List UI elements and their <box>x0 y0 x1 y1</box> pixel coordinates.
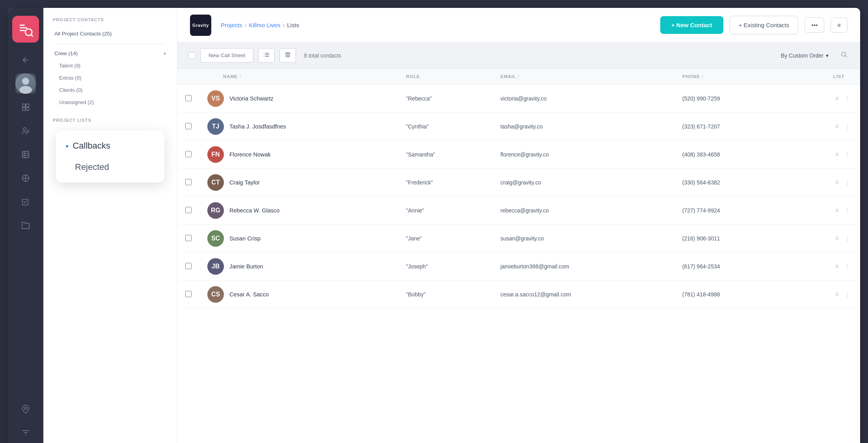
contact-name-6[interactable]: Jamie Burton <box>229 263 263 270</box>
nav-filters[interactable] <box>15 423 36 443</box>
nav-folder[interactable] <box>15 215 36 236</box>
contact-name-7[interactable]: Cesar A. Sacco <box>229 291 269 298</box>
nav-avatar[interactable] <box>15 73 36 94</box>
app-logo[interactable] <box>12 16 39 43</box>
row-lines-btn-4[interactable]: ≡ <box>834 206 840 215</box>
row-lines-btn-6[interactable]: ≡ <box>834 262 840 271</box>
row-more-btn-7[interactable]: ⋮ <box>843 290 852 299</box>
row-more-btn-5[interactable]: ⋮ <box>843 234 852 243</box>
row-more-btn-2[interactable]: ⋮ <box>843 150 852 159</box>
nav-contacts[interactable] <box>15 121 36 141</box>
row-checkbox-4[interactable] <box>185 207 192 213</box>
row-role-cell-3: "Frederick" <box>398 169 492 197</box>
breadcrumb-client[interactable]: Killmo Lives <box>249 22 280 28</box>
row-name-cell-0: VS Victoria Schwartz <box>199 85 398 113</box>
sort-dropdown[interactable]: By Custom Order ▾ <box>775 49 834 62</box>
row-email-cell-7[interactable]: cesar.a.sacco12@gmail.com <box>492 281 674 309</box>
row-lines-btn-1[interactable]: ≡ <box>834 122 840 131</box>
table-row: RG Rebecca W. Glasco "Annie" rebecca@gra… <box>177 197 860 225</box>
row-lines-btn-3[interactable]: ≡ <box>834 178 840 187</box>
contact-name-2[interactable]: Florence Nowak <box>229 151 271 158</box>
list-item-callbacks[interactable]: ● Callbacks <box>56 135 164 156</box>
nav-check[interactable] <box>15 192 36 212</box>
list-view-button[interactable]: ≡ <box>831 17 848 33</box>
row-email-cell-5[interactable]: susan@gravity.co <box>492 225 674 253</box>
contact-avatar-7: CS <box>207 286 224 303</box>
row-name-cell-5: SC Susan Crisp <box>199 225 398 253</box>
nav-back[interactable] <box>15 50 36 70</box>
row-more-btn-6[interactable]: ⋮ <box>843 262 852 271</box>
more-options-button[interactable]: ••• <box>805 17 824 33</box>
row-checkbox-5[interactable] <box>185 235 192 241</box>
row-more-btn-0[interactable]: ⋮ <box>843 94 852 103</box>
trash-icon-btn[interactable] <box>279 48 296 63</box>
col-header-role[interactable]: ROLE <box>398 69 492 85</box>
sidebar-item-extras[interactable]: Extras (0) <box>50 72 171 84</box>
row-email-cell-3[interactable]: craig@gravity.co <box>492 169 674 197</box>
row-email-cell-0[interactable]: victoria@gravity.co <box>492 85 674 113</box>
contact-name-0[interactable]: Victoria Schwartz <box>229 95 274 102</box>
svg-rect-9 <box>26 104 29 107</box>
row-email-cell-2[interactable]: florence@gravity.co <box>492 141 674 169</box>
svg-rect-0 <box>20 25 25 26</box>
lists-popup: ● Callbacks Rejected <box>56 130 164 182</box>
row-checkbox-cell-7 <box>177 281 199 309</box>
nav-table[interactable] <box>15 144 36 165</box>
row-lines-btn-7[interactable]: ≡ <box>834 290 840 299</box>
row-more-btn-1[interactable]: ⋮ <box>843 122 852 131</box>
sidebar-item-crew[interactable]: Crew (14) ▾ <box>50 47 171 60</box>
breadcrumb-projects[interactable]: Projects <box>221 22 242 28</box>
sidebar-item-unassigned[interactable]: Unassigned (2) <box>50 96 171 108</box>
table-row: VS Victoria Schwartz "Rebecca" victoria@… <box>177 85 860 113</box>
callbacks-bullet: ● <box>65 143 69 149</box>
contact-name-1[interactable]: Tasha J. Josdfasdfnes <box>229 123 286 130</box>
list-item-rejected[interactable]: Rejected <box>56 156 164 178</box>
contact-name-4[interactable]: Rebecca W. Glasco <box>229 207 279 214</box>
contact-name-3[interactable]: Craig Taylor <box>229 179 260 186</box>
contact-avatar-2: FN <box>207 146 224 163</box>
sidebar-divider-1 <box>56 44 164 44</box>
row-checkbox-cell-5 <box>177 225 199 253</box>
col-header-email[interactable]: EMAIL ↑ <box>492 69 674 85</box>
row-lines-btn-2[interactable]: ≡ <box>834 150 840 159</box>
row-lines-btn-5[interactable]: ≡ <box>834 234 840 243</box>
row-checkbox-2[interactable] <box>185 151 192 157</box>
new-contact-button[interactable]: + New Contact <box>660 16 723 34</box>
existing-contacts-button[interactable]: + Existing Contacts <box>730 16 799 34</box>
nav-location[interactable] <box>15 399 36 419</box>
select-all-checkbox[interactable] <box>188 52 196 59</box>
row-email-cell-1[interactable]: tasha@gravity.co <box>492 113 674 141</box>
search-button[interactable] <box>839 49 849 61</box>
breadcrumb-current: Lists <box>287 22 299 28</box>
row-more-btn-3[interactable]: ⋮ <box>843 178 852 187</box>
sidebar-item-talent[interactable]: Talent (9) <box>50 60 171 72</box>
row-lines-btn-0[interactable]: ≡ <box>834 94 840 103</box>
row-role-cell-7: "Bobby" <box>398 281 492 309</box>
row-email-cell-6[interactable]: jamieburton366@gmail.com <box>492 253 674 281</box>
table-header-row: NAME ↑ ROLE EMAIL ↑ PHONE ↑ LIST <box>177 69 860 85</box>
crew-chevron-icon: ▾ <box>164 51 166 56</box>
sidebar-all-contacts[interactable]: All Project Contacts (25) <box>50 27 171 41</box>
main-content: Gravity Projects › Killmo Lives › Lists … <box>177 8 860 443</box>
contact-name-5[interactable]: Susan Crisp <box>229 235 261 242</box>
row-list-cell-0: ≡ ⋮ <box>787 85 860 113</box>
filter-icon-btn[interactable] <box>258 48 275 63</box>
new-call-sheet-button[interactable]: New Call Sheet <box>200 48 253 63</box>
row-phone-cell-5: (216) 906-3011 <box>674 225 787 253</box>
sidebar-item-clients[interactable]: Clients (0) <box>50 84 171 96</box>
row-role-cell-4: "Annie" <box>398 197 492 225</box>
row-checkbox-7[interactable] <box>185 291 192 297</box>
nav-layout[interactable] <box>15 97 36 117</box>
svg-rect-2 <box>20 30 25 31</box>
table-header: NAME ↑ ROLE EMAIL ↑ PHONE ↑ LIST <box>177 69 860 85</box>
row-checkbox-3[interactable] <box>185 179 192 185</box>
row-list-cell-5: ≡ ⋮ <box>787 225 860 253</box>
row-checkbox-1[interactable] <box>185 123 192 129</box>
col-header-name[interactable]: NAME ↑ <box>199 69 398 85</box>
row-checkbox-6[interactable] <box>185 263 192 269</box>
col-header-phone[interactable]: PHONE ↑ <box>674 69 787 85</box>
row-checkbox-0[interactable] <box>185 95 192 101</box>
row-more-btn-4[interactable]: ⋮ <box>843 206 852 215</box>
nav-circle[interactable] <box>15 168 36 188</box>
row-email-cell-4[interactable]: rebecca@gravity.co <box>492 197 674 225</box>
